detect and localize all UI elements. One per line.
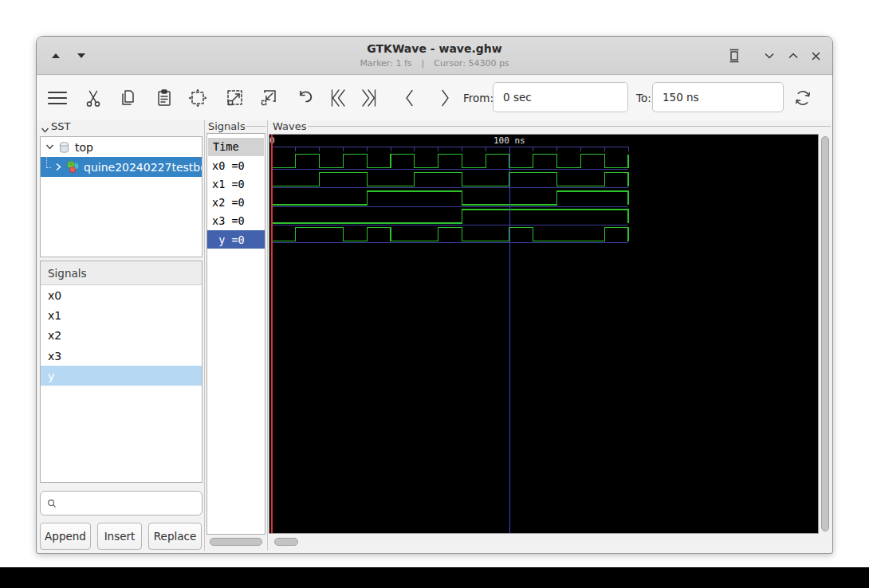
signal-list-panel: Signals x0 x1 x2 x3 y [40, 261, 203, 483]
zoom-in-icon [225, 88, 246, 108]
zoom-fit-button[interactable] [186, 87, 210, 109]
chevron-down-icon [764, 50, 775, 61]
signal-list-item-x2[interactable]: x2 [41, 326, 202, 346]
tree-guide [41, 157, 52, 177]
wave-canvas-svg: 0100 ns [269, 135, 818, 533]
restore-icon [727, 48, 741, 64]
step-right-button[interactable] [433, 87, 457, 109]
wave-name-row-x3[interactable]: x3 =0 [207, 212, 265, 230]
wave-name-row-x2[interactable]: x2 =0 [207, 194, 265, 212]
undo-icon [295, 88, 316, 108]
paste-button[interactable] [152, 87, 176, 109]
expander-closed-icon[interactable] [52, 163, 65, 171]
zoom-in-button[interactable] [223, 87, 247, 109]
pane-handle-right[interactable] [267, 120, 268, 551]
pane-handle-left[interactable] [204, 120, 205, 551]
wave-name-row-y[interactable]: y =0 [207, 230, 265, 249]
wave-trace-x0 [272, 155, 628, 168]
names-frame-line [246, 126, 266, 127]
to-label: To: [636, 92, 651, 104]
chevron-right-icon [434, 87, 455, 109]
from-label: From: [463, 92, 493, 104]
maximize-button[interactable] [786, 49, 800, 63]
copy-button[interactable] [116, 87, 140, 109]
wave-name-row-x0[interactable]: x0 =0 [207, 156, 265, 174]
skip-to-start-button[interactable] [327, 87, 351, 109]
waves-hscrollbar[interactable] [269, 535, 832, 550]
close-button[interactable] [808, 49, 823, 63]
close-icon [811, 51, 821, 61]
chevron-left-icon [399, 87, 420, 109]
signal-search[interactable] [40, 491, 203, 515]
menu-button[interactable] [45, 87, 69, 109]
timeline-label: 100 ns [493, 135, 525, 146]
tree-item-label: top [75, 141, 93, 154]
wave-trace-y [272, 228, 628, 241]
signal-list-item-x3[interactable]: x3 [41, 346, 202, 366]
wave-trace-x2 [272, 191, 628, 205]
waves-frame-label: Waves [273, 120, 306, 132]
undo-button[interactable] [293, 87, 317, 109]
module-cylinder-icon [58, 141, 70, 154]
tree-item-top[interactable]: top [41, 137, 202, 157]
zoom-fit-icon [187, 88, 208, 108]
window-title: GTKWave - wave.ghw [37, 42, 832, 55]
search-icon [47, 498, 57, 509]
wave-names-panel: Time x0 =0 x1 =0 x2 =0 x3 =0 y =0 [206, 133, 265, 535]
hierarchy-icon [66, 160, 80, 174]
wave-trace-x1 [272, 173, 628, 186]
waves-vscrollbar-thumb[interactable] [821, 136, 829, 531]
tree-item-testbench[interactable]: quine20240227testbench [41, 157, 202, 177]
wave-canvas[interactable]: 0100 ns [269, 134, 819, 534]
waves-frame-line [308, 126, 831, 127]
step-left-button[interactable] [398, 87, 422, 109]
search-input[interactable] [61, 492, 202, 515]
signal-list-item-x0[interactable]: x0 [41, 285, 202, 305]
append-button[interactable]: Append [40, 523, 91, 550]
cut-button[interactable] [81, 87, 105, 109]
insert-button[interactable]: Insert [97, 523, 142, 550]
names-frame-label: Signals [208, 120, 246, 132]
cut-icon [84, 88, 103, 108]
zoom-out-button[interactable] [257, 87, 281, 109]
screenshot-stage: GTKWave - wave.ghw Marker: 1 fs|Cursor: … [0, 0, 869, 588]
marker-cursor-status: Marker: 1 fs|Cursor: 54300 ps [37, 58, 832, 69]
taskbar-band [0, 567, 869, 588]
expander-open-icon[interactable] [41, 143, 58, 151]
status-pipe: | [422, 58, 425, 69]
menu-icon [46, 88, 69, 108]
wave-trace-x3 [272, 210, 628, 223]
names-hscrollbar[interactable] [206, 535, 265, 550]
titlebar: GTKWave - wave.ghw Marker: 1 fs|Cursor: … [37, 37, 832, 75]
toolbar: From: To: [37, 76, 832, 120]
time-header[interactable]: Time [208, 138, 264, 156]
sst-header: SST [51, 120, 70, 132]
minimize-button[interactable] [762, 49, 777, 63]
replace-button[interactable]: Replace [148, 523, 202, 550]
skip-to-end-icon [357, 87, 379, 109]
restore-button[interactable] [725, 47, 743, 65]
signal-list-header: Signals [41, 261, 202, 285]
tree-item-label: quine20240227testbench [84, 161, 202, 174]
wave-name-row-x1[interactable]: x1 =0 [207, 174, 265, 193]
chevron-up-icon [788, 50, 799, 61]
waves-region: 0100 ns [269, 134, 832, 554]
skip-to-start-icon [328, 87, 350, 109]
waves-vscrollbar[interactable] [819, 134, 832, 534]
signal-list-item-x1[interactable]: x1 [41, 305, 202, 325]
zoom-out-icon [258, 88, 279, 108]
to-input[interactable] [652, 82, 784, 112]
sst-tree: top quine20240227testbench [40, 136, 203, 257]
skip-to-end-button[interactable] [356, 87, 380, 109]
gtkwave-window: GTKWave - wave.ghw Marker: 1 fs|Cursor: … [36, 36, 833, 554]
reload-icon [792, 87, 814, 109]
chevron-down-icon [41, 126, 49, 135]
signal-list-item-y[interactable]: y [41, 366, 202, 386]
cursor-status: Cursor: 54300 ps [434, 58, 509, 69]
marker-status: Marker: 1 fs [360, 58, 411, 69]
waves-hscrollbar-thumb[interactable] [274, 538, 298, 546]
from-input[interactable] [493, 82, 628, 112]
reload-button[interactable] [791, 87, 815, 109]
names-hscrollbar-thumb[interactable] [210, 538, 262, 546]
copy-icon [118, 88, 137, 108]
